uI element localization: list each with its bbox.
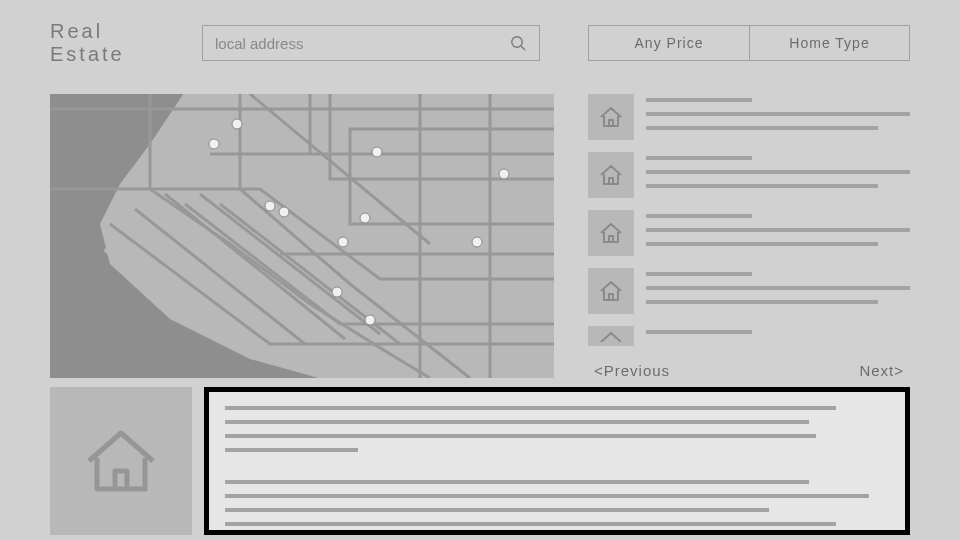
filter-price[interactable]: Any Price [589,26,749,60]
prev-button[interactable]: <Previous [594,362,670,379]
house-icon [588,94,634,140]
house-icon [588,268,634,314]
header: Real Estate Any Price Home Type [0,0,960,66]
svg-point-4 [209,139,219,149]
house-icon [588,326,634,346]
svg-point-3 [232,119,242,129]
list-item-text [646,94,910,140]
search-icon[interactable] [510,35,527,52]
house-icon [588,210,634,256]
list-item-text [646,210,910,256]
svg-line-1 [521,46,525,50]
detail-house-icon [50,387,192,535]
filter-home-type[interactable]: Home Type [749,26,909,60]
svg-point-8 [279,207,289,217]
brand-title: Real Estate [50,20,154,66]
svg-point-7 [265,201,275,211]
list-item[interactable] [588,152,910,198]
svg-point-5 [372,147,382,157]
next-button[interactable]: Next> [859,362,904,379]
list-item[interactable] [588,94,910,140]
list-item[interactable] [588,210,910,256]
svg-point-13 [365,315,375,325]
filter-group: Any Price Home Type [588,25,910,61]
svg-point-6 [499,169,509,179]
svg-point-12 [332,287,342,297]
results-list: <Previous Next> [588,94,910,379]
svg-point-11 [472,237,482,247]
svg-point-9 [360,213,370,223]
svg-point-10 [338,237,348,247]
list-item[interactable] [588,268,910,314]
list-item-text [646,268,910,314]
list-item[interactable] [588,326,910,346]
map-panel[interactable] [50,94,554,378]
main: <Previous Next> [0,66,960,379]
detail-content[interactable] [204,387,910,535]
search-box[interactable] [202,25,540,61]
detail-panel [50,387,910,535]
list-item-text [646,152,910,198]
list-item-text [646,326,910,346]
search-input[interactable] [215,35,510,52]
house-icon [588,152,634,198]
pager: <Previous Next> [588,362,910,379]
svg-point-0 [512,36,522,46]
